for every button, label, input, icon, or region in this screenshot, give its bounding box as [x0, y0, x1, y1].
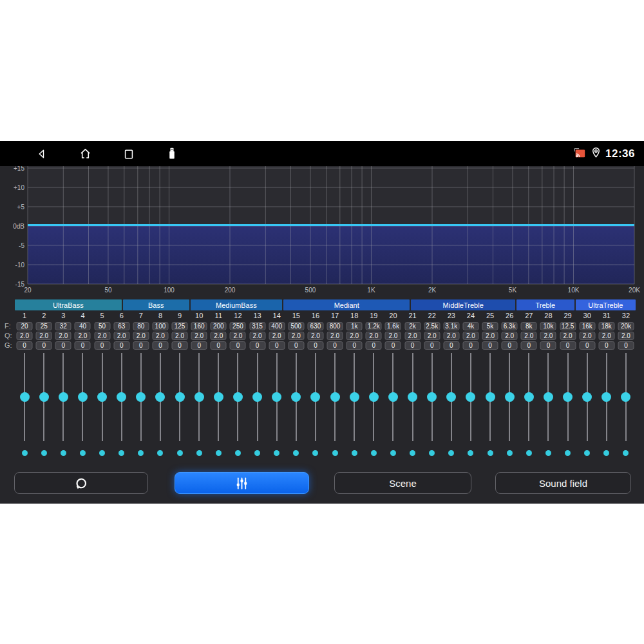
band-gain-value[interactable]: 0 [211, 341, 227, 350]
band-indicator-dot[interactable] [352, 450, 357, 456]
band-gain-value[interactable]: 0 [133, 341, 149, 350]
band-q-value[interactable]: 2.0 [521, 332, 537, 340]
band-frequency-value[interactable]: 1.2k [366, 322, 382, 330]
band-indicator-dot[interactable] [177, 450, 183, 456]
band-gain-value[interactable]: 0 [482, 341, 498, 350]
gain-slider-knob[interactable] [330, 392, 340, 402]
band-gain-value[interactable]: 0 [288, 341, 304, 350]
band-q-value[interactable]: 2.0 [17, 332, 33, 340]
band-q-value[interactable]: 2.0 [618, 332, 634, 340]
band-gain-value[interactable]: 0 [172, 341, 188, 350]
gain-slider-knob[interactable] [427, 392, 437, 402]
band-frequency-value[interactable]: 5k [482, 322, 498, 330]
band-q-value[interactable]: 2.0 [249, 332, 265, 340]
band-gain-value[interactable]: 0 [502, 341, 518, 350]
band-gain-value[interactable]: 0 [618, 341, 634, 350]
band-frequency-value[interactable]: 2.5k [424, 322, 440, 330]
band-indicator-dot[interactable] [22, 450, 28, 456]
band-q-value[interactable]: 2.0 [152, 332, 168, 340]
band-gain-value[interactable]: 0 [443, 341, 459, 350]
band-gain-value[interactable]: 0 [17, 341, 33, 350]
band-q-value[interactable]: 2.0 [579, 332, 595, 340]
band-q-value[interactable]: 2.0 [502, 332, 518, 340]
band-frequency-value[interactable]: 100 [152, 322, 168, 330]
band-gain-value[interactable]: 0 [521, 341, 537, 350]
band-gain-value[interactable]: 0 [152, 341, 168, 350]
band-q-value[interactable]: 2.0 [404, 332, 421, 340]
band-indicator-dot[interactable] [157, 450, 163, 456]
gain-slider-knob[interactable] [505, 392, 515, 402]
band-frequency-value[interactable]: 630 [307, 322, 323, 330]
band-q-value[interactable]: 2.0 [94, 332, 110, 340]
band-frequency-value[interactable]: 18k [598, 322, 614, 330]
gain-slider-knob[interactable] [350, 392, 359, 402]
gain-slider-knob[interactable] [155, 392, 165, 402]
band-gain-value[interactable]: 0 [191, 341, 207, 350]
band-indicator-dot[interactable] [41, 450, 47, 456]
band-q-value[interactable]: 2.0 [230, 332, 246, 340]
band-indicator-dot[interactable] [507, 450, 513, 456]
band-q-value[interactable]: 2.0 [55, 332, 71, 340]
band-frequency-value[interactable]: 63 [113, 322, 129, 330]
gain-slider-knob[interactable] [233, 392, 243, 402]
band-frequency-value[interactable]: 3.1k [443, 322, 459, 330]
gain-slider-knob[interactable] [20, 392, 30, 402]
back-icon[interactable] [35, 147, 48, 160]
band-indicator-dot[interactable] [99, 450, 105, 456]
band-q-value[interactable]: 2.0 [385, 332, 401, 340]
gain-slider-knob[interactable] [78, 392, 88, 402]
band-q-value[interactable]: 2.0 [560, 332, 576, 340]
band-gain-value[interactable]: 0 [579, 341, 595, 350]
gain-slider-knob[interactable] [369, 392, 379, 402]
gain-slider-knob[interactable] [544, 392, 553, 402]
gain-slider-knob[interactable] [136, 392, 146, 402]
band-q-value[interactable]: 2.0 [424, 332, 440, 340]
gain-slider-knob[interactable] [117, 392, 126, 402]
band-indicator-dot[interactable] [565, 450, 571, 456]
gain-slider-knob[interactable] [582, 392, 592, 402]
gain-slider-knob[interactable] [466, 392, 475, 402]
band-indicator-dot[interactable] [448, 450, 454, 456]
band-indicator-dot[interactable] [429, 450, 435, 456]
equalizer-button[interactable] [175, 472, 309, 494]
gain-slider-knob[interactable] [291, 392, 301, 402]
gain-slider-knob[interactable] [272, 392, 281, 402]
band-q-value[interactable]: 2.0 [462, 332, 478, 340]
band-indicator-dot[interactable] [545, 450, 551, 456]
gain-slider-knob[interactable] [601, 392, 611, 402]
band-q-value[interactable]: 2.0 [327, 332, 343, 340]
band-gain-value[interactable]: 0 [462, 341, 478, 350]
band-indicator-dot[interactable] [584, 450, 590, 456]
band-frequency-value[interactable]: 250 [230, 322, 246, 330]
gain-slider-knob[interactable] [194, 392, 204, 402]
band-q-value[interactable]: 2.0 [172, 332, 188, 340]
band-frequency-value[interactable]: 200 [211, 322, 227, 330]
band-frequency-value[interactable]: 4k [462, 322, 478, 330]
band-indicator-dot[interactable] [488, 450, 493, 456]
sound-field-button[interactable]: Sound field [495, 472, 631, 494]
reset-button[interactable] [14, 472, 148, 494]
band-q-value[interactable]: 2.0 [366, 332, 382, 340]
band-q-value[interactable]: 2.0 [482, 332, 498, 340]
band-q-value[interactable]: 2.0 [443, 332, 459, 340]
band-frequency-value[interactable]: 32 [55, 322, 71, 330]
band-gain-value[interactable]: 0 [269, 341, 285, 350]
band-frequency-value[interactable]: 12.5 [560, 322, 576, 330]
gain-slider-knob[interactable] [486, 392, 495, 402]
band-indicator-dot[interactable] [235, 450, 241, 456]
band-gain-value[interactable]: 0 [404, 341, 421, 350]
gain-slider-knob[interactable] [388, 392, 398, 402]
gain-slider-knob[interactable] [97, 392, 107, 402]
gain-slider-knob[interactable] [310, 392, 320, 402]
recents-icon[interactable] [122, 147, 135, 160]
gain-slider-knob[interactable] [252, 392, 262, 402]
band-frequency-value[interactable]: 50 [94, 322, 110, 330]
band-indicator-dot[interactable] [390, 450, 396, 456]
band-frequency-value[interactable]: 20 [17, 322, 33, 330]
band-q-value[interactable]: 2.0 [191, 332, 207, 340]
band-frequency-value[interactable]: 20k [618, 322, 634, 330]
band-frequency-value[interactable]: 16k [579, 322, 595, 330]
band-gain-value[interactable]: 0 [307, 341, 323, 350]
band-frequency-value[interactable]: 40 [75, 322, 91, 330]
band-q-value[interactable]: 2.0 [211, 332, 227, 340]
